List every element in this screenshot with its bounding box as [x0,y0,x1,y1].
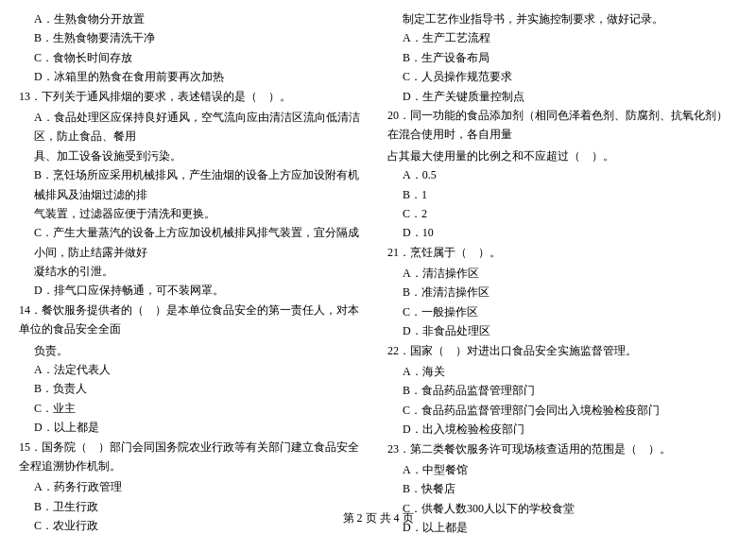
option-line: B．生熟食物要清洗干净 [19,28,369,47]
option-line: C．食物长时间存放 [19,48,369,67]
option-continuation: 具、加工设备设施受到污染。 [19,146,369,165]
option-line: B．负责人 [19,379,369,398]
option-line: D．排气口应保持畅通，可不装网罩。 [19,281,369,300]
question-text: 21．烹饪属于（ ）。 [387,246,501,259]
question-block: 13．下列关于通风排烟的要求，表述错误的是（ ）。 [19,87,369,106]
option-line: B．快餐店 [387,479,737,498]
option-line: B．烹饪场所应采用机械排风，产生油烟的设备上方应加设附有机械排风及油烟过滤的排 [19,165,369,204]
page-container: A．生熟食物分开放置B．生熟食物要清洗干净C．食物长时间存放D．冰箱里的熟食在食… [0,0,756,534]
option-line: A．海关 [387,362,737,381]
option-line: B．准清洁操作区 [387,283,737,301]
option-line: C．食品药品监督管理部门会同出入境检验检疫部门 [387,401,737,420]
page-number: 第 2 页 共 4 页 [343,511,414,525]
question-text: 14．餐饮服务提供者的（ ）是本单位食品安全的第一责任人，对本单位的食品安全全面 [19,303,359,336]
option-line: C．产生大量蒸汽的设备上方应加设机械排风排气装置，宜分隔成小间，防止结露并做好 [19,223,369,262]
option-line: D．以上都是 [19,418,369,437]
option-line: D．出入境检验检疫部门 [387,420,737,439]
option-line: D．生产关键质量控制点 [387,87,737,106]
option-line: B．生产设备布局 [387,48,737,67]
option-line: A．法定代表人 [19,360,369,379]
question-block: 20．同一功能的食品添加剂（相同色泽着色剂、防腐剂、抗氧化剂）在混合使用时，各自… [387,106,737,145]
option-line: C．人员操作规范要求 [387,67,737,86]
option-line: B．食品药品监督管理部门 [387,381,737,400]
option-line: A．生熟食物分开放置 [19,9,369,28]
question-block: 14．餐饮服务提供者的（ ）是本单位食品安全的第一责任人，对本单位的食品安全全面 [19,301,369,339]
question-text: 15．国务院（ ）部门会同国务院农业行政等有关部门建立食品安全全程追溯协作机制。 [19,440,359,473]
question-continuation: 占其最大使用量的比例之和不应超过（ ）。 [387,146,737,165]
option-line: C．2 [387,204,737,223]
page-footer: 第 2 页 共 4 页 [0,510,756,526]
question-text: 22．国家（ ）对进出口食品安全实施监督管理。 [387,344,637,357]
left-column: A．生熟食物分开放置B．生熟食物要清洗干净C．食物长时间存放D．冰箱里的熟食在食… [19,9,369,534]
option-line: A．清洁操作区 [387,264,737,283]
columns-wrapper: A．生熟食物分开放置B．生熟食物要清洗干净C．食物长时间存放D．冰箱里的熟食在食… [19,9,737,534]
question-block: 22．国家（ ）对进出口食品安全实施监督管理。 [387,341,737,360]
option-line: A．食品处理区应保持良好通风，空气流向应由清洁区流向低清洁区，防止食品、餐用 [19,108,369,146]
question-text: 23．第二类餐饮服务许可现场核查适用的范围是（ ）。 [387,442,671,456]
option-line: D．冰箱里的熟食在食用前要再次加热 [19,67,369,86]
option-line: D．10 [387,223,737,242]
question-block: 15．国务院（ ）部门会同国务院农业行政等有关部门建立食品安全全程追溯协作机制。 [19,438,369,476]
option-line: A．中型餐馆 [387,460,737,479]
option-line: B．1 [387,185,737,204]
option-continuation: 制定工艺作业指导书，并实施控制要求，做好记录。 [387,9,737,28]
option-line: C．一般操作区 [387,302,737,321]
option-continuation: 负责。 [19,341,369,360]
question-text: 20．同一功能的食品添加剂（相同色泽着色剂、防腐剂、抗氧化剂）在混合使用时，各自… [387,109,728,141]
option-line: A．药务行政管理 [19,477,369,496]
question-text: 13．下列关于通风排烟的要求，表述错误的是（ ）。 [19,90,291,103]
option-continuation: 气装置，过滤器应便于清洗和更换。 [19,204,369,223]
option-line: A．生产工艺流程 [387,28,737,47]
question-block: 21．烹饪属于（ ）。 [387,243,737,262]
option-line: A．0.5 [387,165,737,184]
option-continuation: 凝结水的引泄。 [19,262,369,281]
option-line: D．非食品处理区 [387,321,737,340]
question-block: 23．第二类餐饮服务许可现场核查适用的范围是（ ）。 [387,439,737,458]
right-column: 制定工艺作业指导书，并实施控制要求，做好记录。A．生产工艺流程B．生产设备布局C… [387,9,737,534]
option-line: C．业主 [19,399,369,418]
